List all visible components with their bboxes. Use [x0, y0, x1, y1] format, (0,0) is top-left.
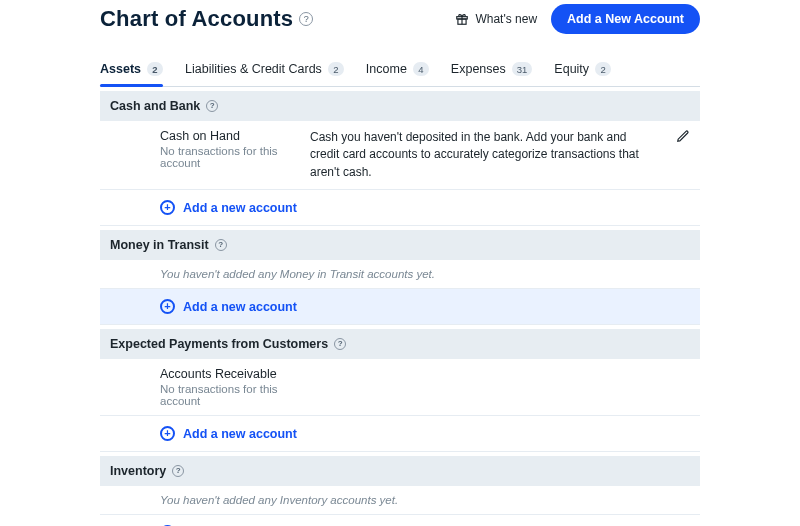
tab-count-badge: 2 — [147, 62, 163, 76]
account-name: Cash on Hand — [160, 129, 310, 143]
account-description: Cash you haven't deposited in the bank. … — [310, 129, 650, 181]
whats-new-link[interactable]: What's new — [455, 12, 537, 26]
tab-label: Income — [366, 62, 407, 76]
account-row[interactable]: Accounts ReceivableNo transactions for t… — [100, 359, 700, 415]
plus-circle-icon: + — [160, 426, 175, 441]
account-row[interactable]: Cash on HandNo transactions for this acc… — [100, 121, 700, 189]
add-account-label: Add a new account — [183, 201, 297, 215]
tab-liabilities-credit-cards[interactable]: Liabilities & Credit Cards2 — [185, 54, 344, 86]
help-icon[interactable]: ? — [334, 338, 346, 350]
add-account-button[interactable]: +Add a new account — [100, 289, 700, 324]
tab-label: Expenses — [451, 62, 506, 76]
tab-label: Assets — [100, 62, 141, 76]
tab-count-badge: 2 — [595, 62, 611, 76]
help-icon[interactable]: ? — [172, 465, 184, 477]
help-icon[interactable]: ? — [206, 100, 218, 112]
tab-count-badge: 31 — [512, 62, 533, 76]
section-header: Inventory? — [100, 456, 700, 486]
section-title: Expected Payments from Customers — [110, 337, 328, 351]
add-new-account-button[interactable]: Add a New Account — [551, 4, 700, 34]
tab-assets[interactable]: Assets2 — [100, 54, 163, 86]
help-icon[interactable]: ? — [215, 239, 227, 251]
tab-income[interactable]: Income4 — [366, 54, 429, 86]
add-account-button[interactable]: +Add a new account — [100, 416, 700, 451]
page-header: Chart of Accounts ? What's new Add a New… — [100, 0, 700, 34]
empty-message: You haven't added any Money in Transit a… — [100, 260, 700, 288]
tab-expenses[interactable]: Expenses31 — [451, 54, 532, 86]
edit-icon[interactable] — [676, 129, 690, 143]
add-account-button[interactable]: +Add a new account — [100, 190, 700, 225]
section-header: Expected Payments from Customers? — [100, 329, 700, 359]
help-icon[interactable]: ? — [299, 12, 313, 26]
tab-label: Liabilities & Credit Cards — [185, 62, 322, 76]
whats-new-label: What's new — [475, 12, 537, 26]
section-title: Cash and Bank — [110, 99, 200, 113]
page-title: Chart of Accounts — [100, 6, 293, 32]
add-account-label: Add a new account — [183, 427, 297, 441]
account-subtext: No transactions for this account — [160, 383, 310, 407]
gift-icon — [455, 12, 469, 26]
tabs: Assets2Liabilities & Credit Cards2Income… — [100, 54, 700, 87]
account-name: Accounts Receivable — [160, 367, 310, 381]
section-title: Inventory — [110, 464, 166, 478]
add-account-label: Add a new account — [183, 300, 297, 314]
tab-equity[interactable]: Equity2 — [554, 54, 611, 86]
section-header: Money in Transit? — [100, 230, 700, 260]
account-subtext: No transactions for this account — [160, 145, 310, 169]
plus-circle-icon: + — [160, 200, 175, 215]
section-title: Money in Transit — [110, 238, 209, 252]
empty-message: You haven't added any Inventory accounts… — [100, 486, 700, 514]
section-header: Cash and Bank? — [100, 91, 700, 121]
tab-count-badge: 4 — [413, 62, 429, 76]
add-account-button[interactable]: +Add a new account — [100, 515, 700, 526]
tab-label: Equity — [554, 62, 589, 76]
tab-count-badge: 2 — [328, 62, 344, 76]
plus-circle-icon: + — [160, 299, 175, 314]
